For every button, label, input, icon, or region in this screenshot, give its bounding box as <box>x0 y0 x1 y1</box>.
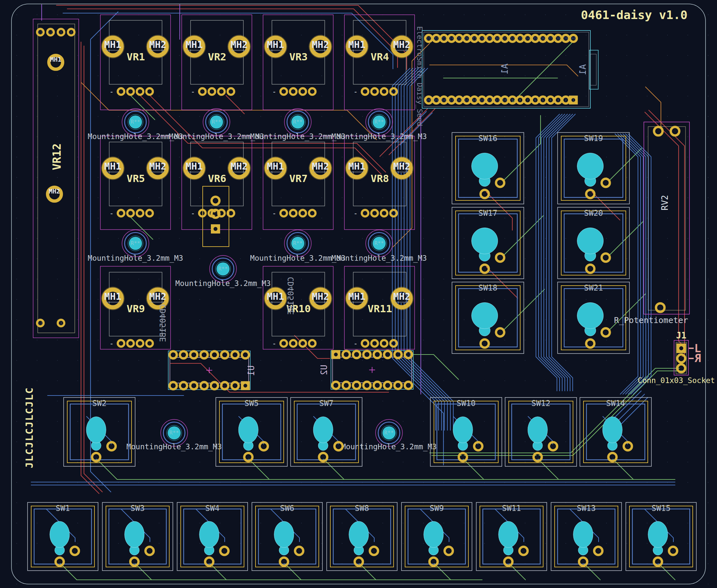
svg-text:36: 36 <box>541 36 546 41</box>
component-SW2[interactable]: SW2 <box>64 397 135 466</box>
component-VR12[interactable]: L1L212L33MH1MH2VR12 <box>33 19 79 338</box>
mounting-hole[interactable]: R**MountingHole_3.2mm_M3 <box>127 419 222 451</box>
svg-text:21: 21 <box>426 36 431 41</box>
svg-text:-: - <box>353 339 358 348</box>
svg-text:MH1: MH1 <box>267 291 284 302</box>
component-SW18[interactable]: SW18 <box>452 282 524 354</box>
component-SW3[interactable]: SW3 <box>102 502 173 571</box>
a1-ref-label: A1 <box>577 64 588 75</box>
svg-text:19: 19 <box>434 98 439 102</box>
component-SW7[interactable]: SW7 <box>291 397 362 466</box>
svg-text:-: - <box>191 209 195 217</box>
svg-text:20: 20 <box>426 98 431 102</box>
svg-text:VR1: VR1 <box>127 51 145 63</box>
component-SW9[interactable]: SW9 <box>401 502 472 571</box>
svg-text:7: 7 <box>526 98 529 102</box>
svg-text:31: 31 <box>503 36 507 41</box>
svg-text:R**: R** <box>170 429 179 436</box>
svg-text:MountingHole_3.2mm_M3: MountingHole_3.2mm_M3 <box>332 132 427 141</box>
component-SW6[interactable]: SW6 <box>252 502 322 571</box>
svg-text:VR11: VR11 <box>368 303 392 315</box>
component-SW5[interactable]: SW5 <box>216 397 287 466</box>
component-SW16[interactable]: SW16 <box>452 132 524 204</box>
svg-text:L1: L1 <box>38 30 42 34</box>
svg-text:3: 3 <box>557 98 559 102</box>
component-SW15[interactable]: SW15 <box>626 502 696 571</box>
component-J1[interactable]: J1Conn_01x03_SocketLR <box>638 331 715 385</box>
svg-text:MH2: MH2 <box>149 291 166 302</box>
component-SW10[interactable]: SW10 <box>430 397 502 466</box>
svg-text:11: 11 <box>495 98 500 102</box>
component-SW19[interactable]: SW19 <box>557 132 629 204</box>
svg-text:1: 1 <box>572 98 575 102</box>
component-RV2[interactable]: RV2R_Potentiometer <box>614 122 690 325</box>
svg-text:SW2: SW2 <box>92 399 106 408</box>
svg-text:MH2: MH2 <box>312 161 329 172</box>
component-VR7[interactable]: MH1MH2VR7- <box>263 136 333 230</box>
svg-text:MH2: MH2 <box>231 39 248 50</box>
svg-text:R**: R** <box>375 119 384 125</box>
svg-text:VR4: VR4 <box>371 51 389 63</box>
svg-text:SW17: SW17 <box>479 209 498 218</box>
svg-text:MH1: MH1 <box>186 161 203 172</box>
svg-text:VR9: VR9 <box>127 303 145 315</box>
component-VR1[interactable]: MH1MH2VR1- <box>100 15 171 110</box>
component-SW14[interactable]: SW14 <box>580 397 651 466</box>
mounting-hole[interactable]: R**MountingHole_3.2mm_M3 <box>332 108 427 141</box>
svg-text:MH1: MH1 <box>267 39 284 50</box>
mounting-hole[interactable]: R**MountingHole_3.2mm_M3 <box>332 230 427 263</box>
svg-text:VR5: VR5 <box>127 172 145 184</box>
svg-text:SW11: SW11 <box>502 504 521 513</box>
mounting-hole[interactable]: R**MountingHole_3.2mm_M3 <box>88 230 183 263</box>
svg-text:MH2: MH2 <box>393 291 410 302</box>
component-SW1[interactable]: SW1 <box>27 502 98 571</box>
component-VR5[interactable]: MH1MH2VR5- <box>100 136 171 230</box>
svg-text:SW20: SW20 <box>584 209 603 218</box>
svg-text:MountingHole_3.2mm_M3: MountingHole_3.2mm_M3 <box>127 442 222 451</box>
svg-text:R**: R** <box>131 119 140 125</box>
component-VR6[interactable]: MH1MH2VR6- <box>182 136 252 230</box>
svg-text:MH2: MH2 <box>149 39 166 50</box>
svg-text:2: 2 <box>70 30 72 34</box>
svg-text:R_Potentiometer: R_Potentiometer <box>614 315 688 325</box>
svg-text:SW5: SW5 <box>244 399 258 408</box>
a1-ref-label: A1 <box>500 64 510 75</box>
svg-text:6: 6 <box>534 98 536 102</box>
svg-text:13: 13 <box>480 98 484 102</box>
svg-text:MountingHole_3.2mm_M3: MountingHole_3.2mm_M3 <box>175 279 271 288</box>
socket-ref-label: U2 <box>319 365 329 375</box>
small-3pin-component[interactable] <box>203 186 229 247</box>
svg-text:VR6: VR6 <box>208 172 226 184</box>
component-A1[interactable]: 2120221923182417251626152714281329123011… <box>422 30 598 108</box>
svg-text:SW21: SW21 <box>584 284 603 293</box>
component-SW11[interactable]: SW11 <box>476 502 547 571</box>
component-SW20[interactable]: SW20 <box>557 207 629 279</box>
component-SW17[interactable]: SW17 <box>452 207 524 279</box>
svg-text:MH1: MH1 <box>348 39 365 50</box>
svg-text:L3: L3 <box>38 321 42 325</box>
svg-text:R**: R** <box>375 240 384 246</box>
component-VR3[interactable]: MH1MH2VR3- <box>263 15 333 110</box>
svg-text:35: 35 <box>533 36 537 41</box>
component-SW4[interactable]: SW4 <box>177 502 248 571</box>
svg-text:24: 24 <box>449 36 454 41</box>
component-SW12[interactable]: SW12 <box>505 397 577 466</box>
silk-jlc-text: JLCJLCJLCJLC <box>23 387 35 468</box>
component-VR10[interactable]: MH1MH2VR10- <box>263 266 333 349</box>
svg-text:-: - <box>272 339 276 348</box>
silk-electrosmith-text: ElectroSmith_Daisy_Seed <box>416 26 424 126</box>
svg-text:39: 39 <box>564 36 568 41</box>
component-U1[interactable]: U1CD4051BE <box>159 304 256 390</box>
svg-text:1: 1 <box>60 30 62 34</box>
svg-text:17: 17 <box>449 98 454 102</box>
svg-text:SW3: SW3 <box>130 504 145 513</box>
svg-text:MH2: MH2 <box>393 39 410 50</box>
pcb-canvas[interactable]: MH1MH2VR1-MH1MH2VR2-MH1MH2VR3-MH1MH2VR4-… <box>0 0 717 588</box>
component-SW13[interactable]: SW13 <box>551 502 621 571</box>
svg-text:SW4: SW4 <box>205 504 219 513</box>
socket-value-label: CD4051BE <box>159 304 168 342</box>
rv2-ref-label: RV2 <box>660 195 670 211</box>
component-VR2[interactable]: MH1MH2VR2- <box>182 15 252 110</box>
component-SW8[interactable]: SW8 <box>327 502 397 571</box>
svg-text:MH1: MH1 <box>104 39 121 50</box>
